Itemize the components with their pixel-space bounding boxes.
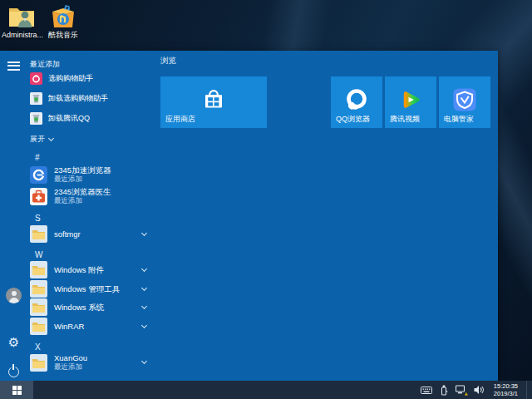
folder-icon bbox=[30, 225, 47, 243]
power-button[interactable] bbox=[5, 363, 22, 381]
clock-time: 15:20:35 bbox=[494, 382, 518, 390]
start-button[interactable] bbox=[0, 381, 33, 399]
tile-tencent-video[interactable]: 腾讯视频 bbox=[385, 76, 436, 128]
app-item-softmgr[interactable]: softmgr bbox=[30, 225, 155, 243]
recently-added-header: 最近添加 bbox=[30, 59, 60, 70]
pc-manager-shield-icon bbox=[452, 87, 477, 112]
desktop-icon-label: 酷我音乐 bbox=[43, 31, 83, 39]
uninstall-trash-icon bbox=[30, 92, 42, 105]
power-icon bbox=[8, 367, 19, 377]
app-item-2345-browser[interactable]: 2345加速浏览器 最近添加 bbox=[30, 165, 155, 184]
recent-item-shopping-assistant[interactable]: 选购购物助手 bbox=[30, 71, 155, 85]
app-list: 最近添加 选购购物助手 卸载选购购物助手 bbox=[27, 51, 157, 381]
chevron-down-icon[interactable] bbox=[141, 265, 147, 271]
kuwo-music-icon bbox=[49, 4, 77, 29]
gear-icon: ⚙ bbox=[8, 336, 19, 348]
desktop-icon-administrator[interactable]: Administra... bbox=[2, 4, 42, 39]
app-item-windows-system[interactable]: Windows 系统 bbox=[30, 298, 155, 316]
show-desktop-button[interactable] bbox=[526, 381, 530, 399]
section-letter[interactable]: W bbox=[35, 250, 42, 259]
hamburger-menu-icon[interactable] bbox=[7, 62, 20, 71]
folder-icon bbox=[30, 298, 47, 316]
shopping-bag-icon bbox=[30, 72, 42, 85]
app-item-windows-admin-tools[interactable]: Windows 管理工具 bbox=[30, 280, 155, 298]
chevron-down-icon[interactable] bbox=[141, 322, 147, 328]
tile-pc-manager[interactable]: 电脑管家 bbox=[439, 76, 490, 128]
chevron-down-icon[interactable] bbox=[141, 358, 147, 364]
recent-item-label: 卸载选购购物助手 bbox=[48, 93, 108, 104]
section-letter[interactable]: X bbox=[35, 342, 41, 352]
taskbar-clock[interactable]: 15:20:35 2019/3/1 bbox=[490, 382, 521, 397]
folder-icon bbox=[30, 280, 47, 298]
recent-item-label: 卸载腾讯QQ bbox=[48, 113, 90, 124]
section-letter[interactable]: S bbox=[35, 214, 41, 223]
avatar-icon bbox=[6, 288, 22, 303]
first-aid-kit-icon bbox=[30, 188, 47, 205]
desktop-icon-label: Administra... bbox=[2, 31, 42, 39]
app-item-2345-doctor[interactable]: 2345浏览器医生 最近添加 bbox=[30, 187, 155, 205]
app-item-winrar[interactable]: WinRAR bbox=[30, 318, 155, 335]
network-warning-icon[interactable] bbox=[456, 383, 468, 397]
touch-keyboard-icon[interactable] bbox=[421, 383, 433, 397]
chevron-down-icon[interactable] bbox=[141, 284, 147, 290]
store-icon bbox=[201, 87, 226, 112]
usb-device-icon[interactable] bbox=[438, 383, 451, 397]
recent-item-uninstall-qq[interactable]: 卸载腾讯QQ bbox=[30, 111, 155, 125]
system-tray: 15:20:35 2019/3/1 bbox=[421, 381, 532, 399]
volume-icon[interactable] bbox=[473, 383, 485, 397]
qq-browser-icon bbox=[343, 86, 370, 113]
settings-button[interactable]: ⚙ bbox=[5, 333, 22, 351]
user-folder-icon bbox=[7, 4, 36, 29]
app-item-windows-accessories[interactable]: Windows 附件 bbox=[30, 261, 155, 278]
tile-group-header: 浏览 bbox=[160, 56, 176, 66]
tencent-video-icon bbox=[399, 88, 422, 111]
uninstall-trash-icon bbox=[30, 112, 42, 125]
folder-icon bbox=[30, 261, 47, 278]
taskbar: 15:20:35 2019/3/1 bbox=[0, 381, 532, 399]
clock-date: 2019/3/1 bbox=[494, 390, 518, 397]
tile-app-store[interactable]: 应用商店 bbox=[160, 76, 267, 128]
chevron-down-icon[interactable] bbox=[141, 303, 147, 308]
start-menu-rail: ⚙ bbox=[0, 51, 27, 381]
recent-item-label: 选购购物助手 bbox=[48, 73, 93, 84]
chevron-down-icon bbox=[48, 135, 54, 140]
user-account-button[interactable] bbox=[5, 287, 22, 304]
start-menu: ⚙ 最近添加 选购购物助手 卸载选购购物助手 bbox=[0, 51, 498, 381]
2345-browser-icon bbox=[30, 166, 47, 184]
chevron-down-icon[interactable] bbox=[141, 229, 147, 235]
windows-logo-icon bbox=[12, 386, 22, 395]
folder-icon bbox=[30, 354, 47, 372]
app-item-xuangou[interactable]: XuanGou 最近添加 bbox=[30, 353, 155, 372]
tile-qq-browser[interactable]: QQ浏览器 bbox=[331, 76, 382, 128]
section-letter[interactable]: # bbox=[35, 153, 40, 162]
expand-button[interactable]: 展开 bbox=[30, 134, 53, 145]
folder-icon bbox=[30, 318, 47, 335]
desktop-icon-kuwo-music[interactable]: 酷我音乐 bbox=[43, 4, 83, 39]
recent-item-uninstall-shopping[interactable]: 卸载选购购物助手 bbox=[30, 91, 155, 105]
